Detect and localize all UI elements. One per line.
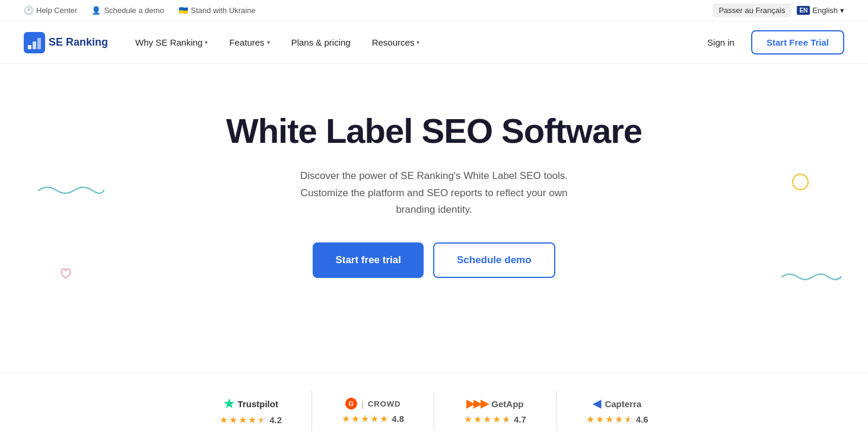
capterra-logo: ◀ Capterra [593,397,641,410]
ukraine-link[interactable]: 🇺🇦 Stand with Ukraine [179,6,256,15]
svg-rect-3 [37,38,41,49]
ratings-bar: ★ Trustpilot ★ ★ ★ ★ ★★ 4.2 G | CROWD ★ … [0,372,868,438]
hero-title: White Label SEO Software [12,111,856,151]
star-5: ★ [380,413,388,424]
nav-links: Why SE Ranking ▾ Features ▾ Plans & pric… [126,33,700,52]
star-1: ★ [586,414,594,425]
star-1: ★ [464,414,472,425]
trustpilot-name: Trustpilot [238,399,278,409]
pricing-label: Plans & pricing [291,37,351,47]
capterra-name: Capterra [605,399,641,409]
why-chevron-icon: ▾ [205,39,208,46]
capterra-stars: ★ ★ ★ ★ ★★ 4.6 [586,414,648,425]
g2-separator: | [361,399,364,409]
rating-capterra: ◀ Capterra ★ ★ ★ ★ ★★ 4.6 [557,391,678,431]
trustpilot-score: 4.2 [269,415,282,425]
circle-decoration-right [792,174,809,190]
g2-icon: G [345,398,357,410]
g2-crowd-text: CROWD [368,399,401,408]
getapp-name: GetApp [491,399,523,409]
star-4: ★ [370,413,379,424]
hero-cta: Start free trial Schedule demo [12,242,856,278]
trustpilot-stars: ★ ★ ★ ★ ★★ 4.2 [220,414,282,426]
help-center-link[interactable]: 🕐 Help Center [24,6,77,15]
features-label: Features [229,37,264,47]
logo-icon [24,32,45,53]
star-3: ★ [483,414,491,425]
person-icon: 👤 [91,6,101,15]
resources-chevron-icon: ▾ [416,39,419,46]
hero-subtitle-line1: Discover the power of SE Ranking's White… [300,170,568,181]
star-3: ★ [605,414,613,425]
getapp-logo: ▶▶▶ GetApp [466,397,523,410]
rating-trustpilot: ★ Trustpilot ★ ★ ★ ★ ★★ 4.2 [190,391,312,431]
signin-button[interactable]: Sign in [700,33,742,52]
features-chevron-icon: ▾ [267,39,270,46]
star-5: ★★ [624,414,632,425]
wave-decoration-left [36,180,107,204]
wave-decoration-right [779,268,844,289]
star-3: ★ [239,414,247,426]
schedule-demo-link[interactable]: 👤 Schedule a demo [91,6,164,15]
getapp-score: 4.7 [514,414,526,424]
start-trial-button[interactable]: Start Free Trial [751,30,844,55]
nav-features[interactable]: Features ▾ [220,33,279,52]
g2-score: 4.8 [392,414,404,424]
g2-logo: G | CROWD [345,398,401,410]
chevron-down-icon: ▾ [840,6,844,15]
star-4: ★ [615,414,623,425]
hero-section: White Label SEO Software Discover the po… [0,64,868,360]
nav-resources[interactable]: Resources ▾ [363,33,430,52]
hero-subtitle-line3: branding identity. [396,204,472,215]
language-selector[interactable]: EN English ▾ [797,6,844,15]
why-label: Why SE Ranking [135,37,202,47]
star-4: ★ [492,414,501,425]
topbar-left: 🕐 Help Center 👤 Schedule a demo 🇺🇦 Stand… [24,6,256,15]
ukraine-flag-icon: 🇺🇦 [179,6,188,15]
star-1: ★ [342,413,350,424]
heart-decoration-left [59,267,72,283]
resources-label: Resources [372,37,415,47]
trustpilot-logo: ★ Trustpilot [224,397,278,411]
help-center-label: Help Center [36,6,77,15]
svg-rect-2 [33,41,36,49]
ukraine-label: Stand with Ukraine [191,6,256,15]
hero-subtitle-line2: Customize the platform and SEO reports t… [301,187,568,199]
rating-g2: G | CROWD ★ ★ ★ ★ ★ 4.8 [312,392,434,430]
star-5: ★★ [502,414,510,425]
passer-francais-button[interactable]: Passer au Français [713,4,791,17]
getapp-icon: ▶▶▶ [466,397,488,410]
lang-label: English [812,6,838,15]
star-2: ★ [596,414,604,425]
svg-rect-1 [28,45,31,49]
star-4: ★ [248,414,256,426]
lang-code: EN [797,6,810,15]
star-2: ★ [229,414,237,426]
star-2: ★ [351,413,360,424]
nav-actions: Sign in Start Free Trial [700,30,844,55]
nav-pricing[interactable]: Plans & pricing [282,33,360,52]
schedule-demo-label: Schedule a demo [104,6,164,15]
capterra-score: 4.6 [636,414,648,424]
logo-link[interactable]: SE Ranking [24,32,108,53]
star-5: ★★ [257,414,266,426]
clock-icon: 🕐 [24,6,33,15]
star-2: ★ [473,414,482,425]
start-free-trial-button[interactable]: Start free trial [313,242,424,278]
schedule-demo-button[interactable]: Schedule demo [433,242,555,278]
rating-getapp: ▶▶▶ GetApp ★ ★ ★ ★ ★★ 4.7 [434,391,557,431]
getapp-stars: ★ ★ ★ ★ ★★ 4.7 [464,414,526,425]
trustpilot-star-icon: ★ [224,397,234,411]
g2-stars: ★ ★ ★ ★ ★ 4.8 [342,413,404,424]
topbar-right: Passer au Français EN English ▾ [713,4,844,17]
navbar: SE Ranking Why SE Ranking ▾ Features ▾ P… [0,21,868,64]
topbar: 🕐 Help Center 👤 Schedule a demo 🇺🇦 Stand… [0,0,868,21]
hero-subtitle: Discover the power of SE Ranking's White… [268,168,600,219]
nav-why-se-ranking[interactable]: Why SE Ranking ▾ [126,33,217,52]
star-1: ★ [220,414,228,426]
capterra-icon: ◀ [593,397,601,410]
star-3: ★ [361,413,369,424]
logo-text: SE Ranking [49,36,108,49]
